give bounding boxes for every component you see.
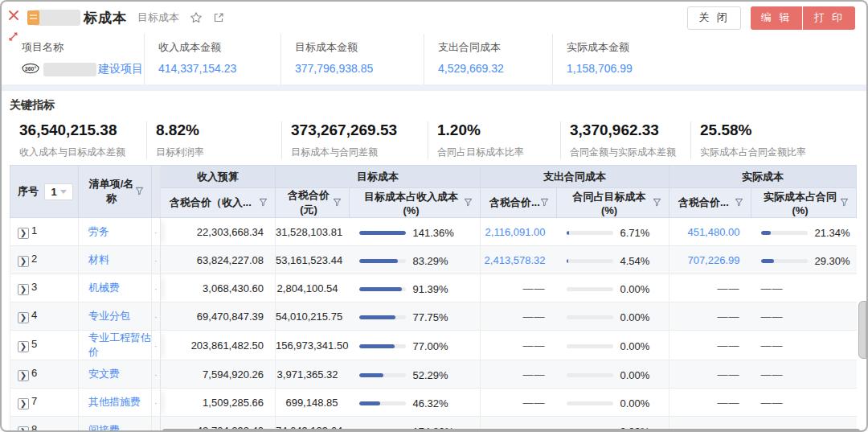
field-value: 4,529,669.32 (438, 62, 552, 75)
kpi-value: 8.82% (156, 121, 281, 139)
contract-vs-target-pct-cell: 6.71% (557, 218, 669, 246)
page-title: 标成本 (84, 9, 127, 27)
horizontal-scrollbar[interactable] (162, 429, 860, 432)
percent-value: 0.00% (620, 283, 650, 295)
percent-bar (359, 259, 406, 263)
percent-value: 46.32% (413, 397, 448, 409)
field-value: 377,796,938.85 (295, 62, 424, 75)
kpi-value: 1.20% (437, 121, 560, 139)
item-name-link[interactable]: 专业分包 (88, 310, 130, 322)
table-row: ❯5专业工程暂估价203,861,482.50156,973,341.5077.… (10, 331, 857, 360)
close-window-icon[interactable] (7, 9, 20, 22)
expand-row-icon[interactable]: ❯ (18, 370, 29, 381)
kpi-label: 收入成本与目标成本差额 (19, 146, 146, 159)
document-icon (27, 10, 39, 25)
percent-bar (567, 373, 613, 377)
filter-icon[interactable] (653, 197, 661, 209)
contract-cost-cell: —— (481, 302, 557, 331)
field-label: 支出合同成本 (438, 40, 552, 55)
group-header-income-budget: 收入预算 (161, 166, 276, 188)
contract-vs-target-pct-cell: 0.00% (557, 389, 669, 417)
project-summary-bar: 项目名称 360° 建设项目 收入成本金额 414,337,154.23 目标成… (2, 34, 866, 84)
open-external-icon[interactable] (213, 12, 224, 23)
item-name-link[interactable]: 其他措施费 (88, 396, 141, 408)
empty-value: —— (761, 368, 784, 381)
contract-cost-cell[interactable]: 2,116,091.00 (481, 218, 557, 246)
field-value: 1,158,706.99 (567, 62, 761, 75)
actual-cost-field: 实际成本金额 1,158,706.99 (552, 34, 761, 84)
actual-cost-cell[interactable]: 707,226.99 (669, 246, 751, 274)
income-budget-cell: 69,470,847.39 (161, 302, 276, 331)
item-name-link[interactable]: 材料 (88, 253, 109, 265)
percent-value: 0.00% (620, 340, 650, 352)
expand-row-icon[interactable]: ❯ (18, 398, 29, 409)
kpi-item: 36,540,215.38 收入成本与目标成本差额 (10, 121, 146, 159)
item-name-link[interactable]: 劳务 (88, 225, 109, 237)
target-vs-income-pct-cell: 83.29% (350, 246, 481, 274)
filter-icon[interactable] (735, 197, 743, 209)
star-favorite-icon[interactable] (190, 11, 203, 24)
filter-icon[interactable] (540, 197, 549, 209)
field-value: 414,337,154.23 (158, 62, 280, 75)
edit-button[interactable]: 编 辑 (751, 6, 803, 30)
kpi-item: 373,267,269.53 目标成本与合同差额 (281, 121, 428, 159)
target-cost-cell: 699,148.85 (276, 389, 350, 417)
truncated-cell (152, 246, 161, 274)
seq-level-selector[interactable]: 1 (44, 183, 73, 200)
expand-row-icon[interactable]: ❯ (18, 228, 29, 239)
expand-row-icon[interactable]: ❯ (18, 284, 29, 295)
item-name-cell: 专业工程暂估价 (79, 331, 152, 360)
column-header: 合同占目标成本(%) (557, 188, 669, 218)
income-budget-cell: 22,303,668.34 (161, 218, 276, 246)
vertical-scrollbar[interactable] (858, 301, 866, 359)
group-header-contract-cost: 支出合同成本 (481, 166, 669, 188)
project-name-link[interactable]: 建设项目 (98, 62, 143, 76)
item-name-link[interactable]: 机械费 (88, 282, 120, 294)
expand-row-icon[interactable]: ❯ (18, 341, 29, 352)
contract-cost-cell[interactable]: 2,413,578.32 (481, 246, 557, 274)
item-name-link[interactable]: 间接费 (88, 424, 120, 432)
filter-icon[interactable] (135, 186, 144, 198)
kpi-value: 36,540,215.38 (19, 121, 146, 139)
filter-icon[interactable] (259, 197, 268, 209)
kpi-row: 36,540,215.38 收入成本与目标成本差额 8.82% 目标利润率 37… (10, 121, 866, 159)
filter-icon[interactable] (464, 197, 473, 209)
expand-row-icon[interactable]: ❯ (18, 312, 29, 323)
expand-row-icon[interactable]: ❯ (18, 256, 29, 267)
project-360-icon[interactable]: 360° (22, 63, 39, 76)
seq-cell: ❯5 (10, 331, 79, 360)
contract-vs-target-pct-cell: 4.54% (557, 246, 669, 274)
actual-vs-contract-pct-cell: —— (751, 360, 857, 389)
expand-window-icon[interactable] (7, 31, 20, 43)
actual-cost-cell[interactable]: 451,480.00 (669, 218, 751, 246)
table-row: ❯1劳务22,303,668.3431,528,103.81141.36%2,1… (10, 218, 857, 246)
column-header: 目标成本占收入成本(%) (350, 188, 481, 218)
filter-icon[interactable] (333, 197, 342, 209)
close-button[interactable]: 关 闭 (687, 6, 741, 30)
cost-table: 序号 1 清单项/名称 收入预 (10, 165, 866, 432)
print-button[interactable]: 打 印 (803, 6, 855, 30)
table-body: ❯1劳务22,303,668.3431,528,103.81141.36%2,1… (10, 218, 857, 432)
actual-cost-cell: —— (669, 360, 751, 389)
percent-bar (567, 231, 613, 235)
empty-value: —— (761, 339, 784, 352)
truncated-cell (152, 389, 161, 417)
percent-bar (359, 344, 406, 348)
top-bar: 标成本 目标成本 关 闭 编 辑 打 印 (2, 2, 866, 34)
seq-cell: ❯6 (10, 360, 79, 389)
filter-icon[interactable] (840, 197, 849, 209)
item-name-link[interactable]: 专业工程暂估价 (88, 331, 151, 358)
item-name-link[interactable]: 安文费 (88, 368, 120, 380)
contract-cost-cell: —— (481, 331, 557, 360)
window-controls (7, 9, 20, 43)
actual-vs-contract-pct-cell: 21.34% (751, 218, 857, 246)
empty-value: —— (761, 311, 784, 323)
expand-row-icon[interactable]: ❯ (18, 426, 29, 432)
seq-cell: ❯3 (10, 274, 79, 302)
target-cost-cell: 53,161,523.44 (276, 246, 350, 274)
truncated-cell (152, 417, 161, 432)
percent-bar (567, 315, 613, 319)
key-indicators-title: 关键指标 (10, 98, 866, 113)
seq-cell: ❯8 (10, 417, 79, 432)
field-label: 目标成本金额 (295, 40, 424, 55)
